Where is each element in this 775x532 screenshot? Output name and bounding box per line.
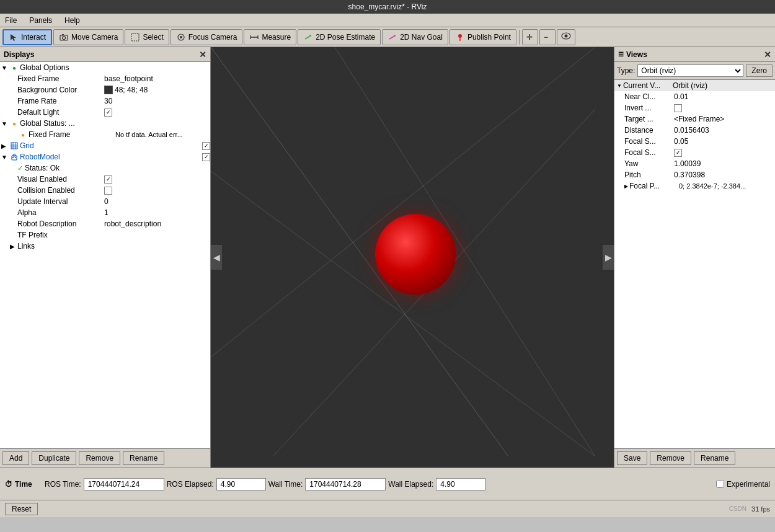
grid-checkbox[interactable]	[202, 142, 210, 150]
views-title: Views	[626, 50, 647, 59]
background-color-label: Background Color	[17, 86, 104, 94]
svg-point-6	[180, 36, 182, 38]
alpha-row: Alpha 1	[0, 207, 210, 218]
duplicate-button[interactable]: Duplicate	[32, 451, 76, 465]
grid-arrow[interactable]: ▶	[1, 143, 9, 149]
focal-scale-2-checkbox[interactable]	[674, 149, 682, 157]
robot-model-row[interactable]: ▼ RobotModel	[0, 151, 210, 162]
svg-point-25	[12, 157, 14, 158]
ros-elapsed-input[interactable]	[216, 478, 266, 490]
camera-icon	[59, 32, 69, 42]
robot-model-arrow[interactable]: ▼	[1, 154, 9, 161]
svg-marker-0	[11, 34, 16, 41]
viewport-right-arrow[interactable]: ▶	[603, 245, 614, 270]
default-light-checkbox[interactable]	[104, 109, 112, 117]
yaw-label: Yaw	[624, 159, 674, 168]
robot-model-icon	[10, 153, 19, 161]
toolbar: Interact Move Camera Select Focus Camera…	[0, 27, 775, 47]
default-light-row: Default Light	[0, 107, 210, 118]
interact-button[interactable]: Interact	[2, 29, 52, 45]
visual-enabled-checkbox[interactable]	[104, 175, 112, 184]
focal-scale-value[interactable]: 0.05	[674, 137, 773, 146]
viewport-left-arrow[interactable]: ◀	[211, 245, 222, 270]
3d-viewport[interactable]: ◀ ▶	[211, 47, 614, 468]
ros-time-input[interactable]	[84, 478, 164, 490]
alpha-value[interactable]: 1	[104, 208, 210, 217]
frame-rate-value[interactable]: 30	[104, 97, 210, 105]
distance-value[interactable]: 0.0156403	[674, 126, 773, 135]
current-view-arrow[interactable]: ▼	[617, 83, 622, 89]
wall-time-input[interactable]	[305, 478, 386, 490]
links-row[interactable]: ▶ Links	[0, 241, 210, 252]
current-view-header[interactable]: ▼ Current V... Orbit (rviz)	[614, 80, 775, 91]
pitch-label: Pitch	[624, 171, 674, 179]
select-button[interactable]: Select	[125, 29, 169, 45]
minus-button[interactable]: −	[539, 29, 556, 45]
focal-scale-2-label: Focal S...	[624, 148, 674, 157]
near-clip-value[interactable]: 0.01	[674, 92, 773, 101]
robot-sphere	[375, 214, 456, 295]
near-clip-label: Near Cl...	[624, 92, 674, 101]
2d-pose-button[interactable]: 2D Pose Estimate	[298, 29, 381, 45]
global-status-arrow[interactable]: ▼	[1, 120, 9, 127]
add-button[interactable]: Add	[2, 451, 29, 465]
views-close[interactable]: ✕	[764, 50, 771, 60]
links-arrow[interactable]: ▶	[10, 243, 17, 250]
background-color-value[interactable]: 48; 48; 48	[115, 86, 210, 94]
eye-button[interactable]	[557, 29, 575, 45]
focal-point-row[interactable]: ▶ Focal P... 0; 2.3842e-7; -2.384...	[614, 180, 775, 192]
global-status-label: Global Status: ...	[20, 119, 107, 128]
update-interval-value[interactable]: 0	[104, 197, 210, 206]
yaw-value[interactable]: 1.00039	[674, 159, 773, 168]
pitch-value[interactable]: 0.370398	[674, 171, 773, 179]
focus-camera-button[interactable]: Focus Camera	[170, 29, 243, 45]
time-title: Time	[15, 480, 32, 489]
focal-point-arrow[interactable]: ▶	[624, 184, 628, 189]
point-icon	[455, 32, 465, 42]
robot-description-value[interactable]: robot_description	[104, 219, 210, 228]
wall-elapsed-input[interactable]	[436, 478, 485, 490]
menu-panels[interactable]: Panels	[27, 15, 55, 26]
move-camera-button[interactable]: Move Camera	[53, 29, 123, 45]
target-row: Target ... <Fixed Frame>	[614, 113, 775, 125]
background-color-swatch[interactable]	[104, 86, 113, 94]
invert-checkbox[interactable]	[674, 104, 682, 112]
collision-enabled-checkbox[interactable]	[104, 187, 112, 195]
displays-content[interactable]: ▼ ● Global Options Fixed Frame base_foot…	[0, 62, 210, 448]
fixed-frame-value[interactable]: base_footpoint	[104, 74, 210, 83]
grid-row[interactable]: ▶ Grid	[0, 140, 210, 151]
global-options-row[interactable]: ▼ ● Global Options	[0, 62, 210, 73]
svg-line-30	[211, 47, 595, 357]
default-light-label: Default Light	[17, 108, 104, 117]
update-interval-label: Update Interval	[17, 197, 104, 206]
robot-model-checkbox[interactable]	[202, 153, 210, 161]
remove-button[interactable]: Remove	[79, 451, 120, 465]
collision-enabled-label: Collision Enabled	[17, 186, 104, 195]
experimental-row: Experimental	[716, 480, 770, 489]
rename-button[interactable]: Rename	[123, 451, 164, 465]
views-remove-button[interactable]: Remove	[650, 451, 691, 465]
plus-button[interactable]: ✛	[522, 29, 538, 45]
menu-help[interactable]: Help	[62, 15, 82, 26]
global-status-row[interactable]: ▼ ● Global Status: ...	[0, 118, 210, 129]
menu-file[interactable]: File	[2, 15, 19, 26]
zero-button[interactable]: Zero	[746, 64, 773, 77]
type-select[interactable]: Orbit (rviz)	[637, 64, 743, 77]
views-rename-button[interactable]: Rename	[694, 451, 735, 465]
focal-scale-row: Focal S... 0.05	[614, 136, 775, 147]
reset-button[interactable]: Reset	[5, 503, 38, 515]
publish-point-button[interactable]: Publish Point	[450, 29, 516, 45]
select-icon	[130, 32, 140, 42]
measure-button[interactable]: Measure	[244, 29, 296, 45]
yaw-row: Yaw 1.00039	[614, 158, 775, 169]
focus-icon	[176, 32, 186, 42]
2d-nav-button[interactable]: 2D Nav Goal	[382, 29, 448, 45]
target-value[interactable]: <Fixed Frame>	[674, 115, 773, 123]
global-options-arrow[interactable]: ▼	[1, 64, 9, 71]
views-save-button[interactable]: Save	[617, 451, 647, 465]
background-color-row: Background Color 48; 48; 48	[0, 84, 210, 95]
experimental-checkbox[interactable]	[716, 480, 724, 488]
displays-close[interactable]: ✕	[199, 50, 206, 60]
collision-enabled-row: Collision Enabled	[0, 185, 210, 196]
ros-time-label: ROS Time:	[45, 480, 81, 489]
